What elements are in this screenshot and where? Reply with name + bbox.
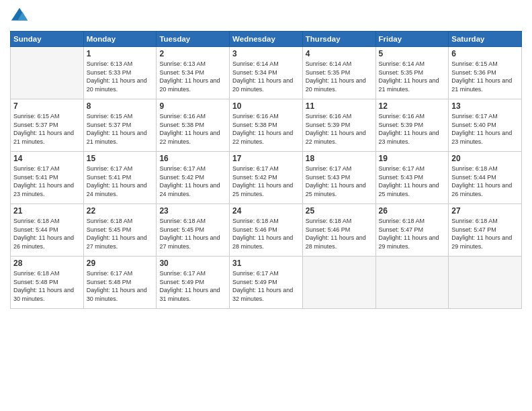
day-number: 10 xyxy=(232,101,300,111)
cell-info: Sunrise: 6:15 AM Sunset: 5:36 PM Dayligh… xyxy=(451,60,519,93)
cell-info: Sunrise: 6:18 AM Sunset: 5:44 PM Dayligh… xyxy=(451,165,519,198)
day-number: 11 xyxy=(306,101,373,111)
weekday-header-cell: Wednesday xyxy=(230,32,303,47)
day-number: 24 xyxy=(232,206,300,216)
day-number: 19 xyxy=(379,154,446,163)
weekday-header: SundayMondayTuesdayWednesdayThursdayFrid… xyxy=(11,32,522,47)
day-number: 30 xyxy=(159,259,226,268)
weekday-header-cell: Tuesday xyxy=(157,32,230,47)
calendar-cell: 9Sunrise: 6:16 AM Sunset: 5:38 PM Daylig… xyxy=(157,99,230,152)
calendar-cell: 4Sunrise: 6:14 AM Sunset: 5:35 PM Daylig… xyxy=(302,47,375,99)
calendar-cell: 19Sunrise: 6:17 AM Sunset: 5:43 PM Dayli… xyxy=(375,152,449,204)
cell-info: Sunrise: 6:18 AM Sunset: 5:47 PM Dayligh… xyxy=(379,217,446,250)
calendar-cell: 1Sunrise: 6:13 AM Sunset: 5:33 PM Daylig… xyxy=(83,47,157,99)
calendar-cell: 24Sunrise: 6:18 AM Sunset: 5:46 PM Dayli… xyxy=(230,204,303,257)
day-number: 7 xyxy=(13,101,81,111)
day-number: 1 xyxy=(87,49,154,58)
day-number: 28 xyxy=(13,259,81,268)
calendar-week-row: 21Sunrise: 6:18 AM Sunset: 5:44 PM Dayli… xyxy=(11,204,522,257)
day-number: 5 xyxy=(379,49,446,58)
calendar-cell: 25Sunrise: 6:18 AM Sunset: 5:46 PM Dayli… xyxy=(302,204,375,257)
calendar-cell: 17Sunrise: 6:17 AM Sunset: 5:42 PM Dayli… xyxy=(230,152,303,204)
calendar-cell: 10Sunrise: 6:16 AM Sunset: 5:38 PM Dayli… xyxy=(230,99,303,152)
calendar-week-row: 7Sunrise: 6:15 AM Sunset: 5:37 PM Daylig… xyxy=(11,99,522,152)
calendar-cell: 22Sunrise: 6:18 AM Sunset: 5:45 PM Dayli… xyxy=(83,204,157,257)
calendar-cell: 30Sunrise: 6:17 AM Sunset: 5:49 PM Dayli… xyxy=(157,257,230,309)
day-number: 13 xyxy=(451,101,519,111)
day-number: 3 xyxy=(232,49,300,58)
cell-info: Sunrise: 6:17 AM Sunset: 5:40 PM Dayligh… xyxy=(451,112,519,146)
calendar-cell xyxy=(449,257,522,309)
calendar-cell: 8Sunrise: 6:15 AM Sunset: 5:37 PM Daylig… xyxy=(83,99,157,152)
header xyxy=(10,7,522,26)
day-number: 8 xyxy=(87,101,154,111)
page: SundayMondayTuesdayWednesdayThursdayFrid… xyxy=(0,0,532,411)
logo xyxy=(10,7,32,26)
weekday-header-cell: Sunday xyxy=(11,32,84,47)
cell-info: Sunrise: 6:17 AM Sunset: 5:42 PM Dayligh… xyxy=(159,165,226,198)
cell-info: Sunrise: 6:18 AM Sunset: 5:45 PM Dayligh… xyxy=(87,217,154,250)
cell-info: Sunrise: 6:18 AM Sunset: 5:48 PM Dayligh… xyxy=(13,269,81,303)
day-number: 31 xyxy=(232,259,300,268)
day-number: 12 xyxy=(379,101,446,111)
calendar-cell: 6Sunrise: 6:15 AM Sunset: 5:36 PM Daylig… xyxy=(449,47,522,99)
cell-info: Sunrise: 6:17 AM Sunset: 5:49 PM Dayligh… xyxy=(232,269,300,303)
cell-info: Sunrise: 6:17 AM Sunset: 5:42 PM Dayligh… xyxy=(232,165,300,198)
day-number: 9 xyxy=(159,101,226,111)
cell-info: Sunrise: 6:15 AM Sunset: 5:37 PM Dayligh… xyxy=(13,112,81,146)
cell-info: Sunrise: 6:16 AM Sunset: 5:39 PM Dayligh… xyxy=(306,112,373,146)
day-number: 2 xyxy=(159,49,226,58)
calendar-cell: 3Sunrise: 6:14 AM Sunset: 5:34 PM Daylig… xyxy=(230,47,303,99)
calendar-table: SundayMondayTuesdayWednesdayThursdayFrid… xyxy=(10,31,522,309)
calendar-cell: 20Sunrise: 6:18 AM Sunset: 5:44 PM Dayli… xyxy=(449,152,522,204)
day-number: 17 xyxy=(232,154,300,163)
calendar-cell xyxy=(11,47,84,99)
calendar-cell: 5Sunrise: 6:14 AM Sunset: 5:35 PM Daylig… xyxy=(375,47,449,99)
cell-info: Sunrise: 6:17 AM Sunset: 5:43 PM Dayligh… xyxy=(306,165,373,198)
calendar-body: 1Sunrise: 6:13 AM Sunset: 5:33 PM Daylig… xyxy=(11,47,522,309)
calendar-cell: 14Sunrise: 6:17 AM Sunset: 5:41 PM Dayli… xyxy=(11,152,84,204)
calendar-cell: 16Sunrise: 6:17 AM Sunset: 5:42 PM Dayli… xyxy=(157,152,230,204)
cell-info: Sunrise: 6:17 AM Sunset: 5:43 PM Dayligh… xyxy=(379,165,446,198)
day-number: 22 xyxy=(87,206,154,216)
day-number: 26 xyxy=(379,206,446,216)
weekday-header-cell: Saturday xyxy=(449,32,522,47)
cell-info: Sunrise: 6:18 AM Sunset: 5:45 PM Dayligh… xyxy=(159,217,226,250)
cell-info: Sunrise: 6:13 AM Sunset: 5:34 PM Dayligh… xyxy=(159,60,226,93)
calendar-cell: 13Sunrise: 6:17 AM Sunset: 5:40 PM Dayli… xyxy=(449,99,522,152)
day-number: 14 xyxy=(13,154,81,163)
day-number: 4 xyxy=(306,49,373,58)
day-number: 15 xyxy=(87,154,154,163)
calendar-week-row: 14Sunrise: 6:17 AM Sunset: 5:41 PM Dayli… xyxy=(11,152,522,204)
cell-info: Sunrise: 6:17 AM Sunset: 5:41 PM Dayligh… xyxy=(87,165,154,198)
cell-info: Sunrise: 6:18 AM Sunset: 5:46 PM Dayligh… xyxy=(232,217,300,250)
cell-info: Sunrise: 6:17 AM Sunset: 5:48 PM Dayligh… xyxy=(87,269,154,303)
calendar-cell: 18Sunrise: 6:17 AM Sunset: 5:43 PM Dayli… xyxy=(302,152,375,204)
calendar-cell: 21Sunrise: 6:18 AM Sunset: 5:44 PM Dayli… xyxy=(11,204,84,257)
cell-info: Sunrise: 6:18 AM Sunset: 5:46 PM Dayligh… xyxy=(306,217,373,250)
calendar-cell: 31Sunrise: 6:17 AM Sunset: 5:49 PM Dayli… xyxy=(230,257,303,309)
calendar-cell: 11Sunrise: 6:16 AM Sunset: 5:39 PM Dayli… xyxy=(302,99,375,152)
day-number: 29 xyxy=(87,259,154,268)
calendar-cell: 29Sunrise: 6:17 AM Sunset: 5:48 PM Dayli… xyxy=(83,257,157,309)
calendar-cell xyxy=(375,257,449,309)
day-number: 23 xyxy=(159,206,226,216)
cell-info: Sunrise: 6:14 AM Sunset: 5:34 PM Dayligh… xyxy=(232,60,300,93)
cell-info: Sunrise: 6:13 AM Sunset: 5:33 PM Dayligh… xyxy=(87,60,154,93)
weekday-header-cell: Monday xyxy=(83,32,157,47)
calendar-cell: 27Sunrise: 6:18 AM Sunset: 5:47 PM Dayli… xyxy=(449,204,522,257)
day-number: 25 xyxy=(306,206,373,216)
calendar-week-row: 28Sunrise: 6:18 AM Sunset: 5:48 PM Dayli… xyxy=(11,257,522,309)
cell-info: Sunrise: 6:14 AM Sunset: 5:35 PM Dayligh… xyxy=(379,60,446,93)
cell-info: Sunrise: 6:16 AM Sunset: 5:38 PM Dayligh… xyxy=(159,112,226,146)
calendar-cell: 28Sunrise: 6:18 AM Sunset: 5:48 PM Dayli… xyxy=(11,257,84,309)
calendar-cell: 23Sunrise: 6:18 AM Sunset: 5:45 PM Dayli… xyxy=(157,204,230,257)
cell-info: Sunrise: 6:15 AM Sunset: 5:37 PM Dayligh… xyxy=(87,112,154,146)
calendar-cell: 7Sunrise: 6:15 AM Sunset: 5:37 PM Daylig… xyxy=(11,99,84,152)
calendar-cell: 26Sunrise: 6:18 AM Sunset: 5:47 PM Dayli… xyxy=(375,204,449,257)
cell-info: Sunrise: 6:18 AM Sunset: 5:47 PM Dayligh… xyxy=(451,217,519,250)
cell-info: Sunrise: 6:17 AM Sunset: 5:41 PM Dayligh… xyxy=(13,165,81,198)
cell-info: Sunrise: 6:16 AM Sunset: 5:39 PM Dayligh… xyxy=(379,112,446,146)
cell-info: Sunrise: 6:18 AM Sunset: 5:44 PM Dayligh… xyxy=(13,217,81,250)
day-number: 20 xyxy=(451,154,519,163)
